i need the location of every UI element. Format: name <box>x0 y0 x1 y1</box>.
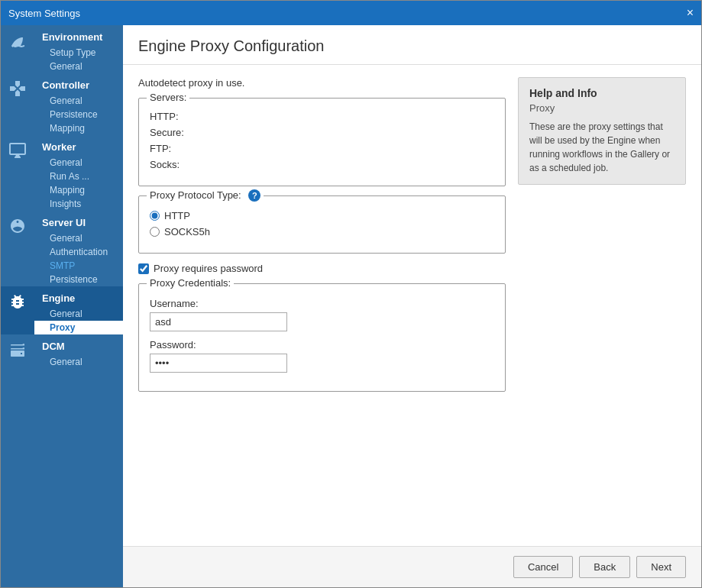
environment-content: Environment Setup Type General <box>34 25 123 73</box>
environment-icon <box>1 25 34 50</box>
proxy-protocol-fieldset: Proxy Protocol Type: ? HTTP SOCKS5h <box>138 195 506 254</box>
radio-socks5h[interactable] <box>150 227 160 237</box>
sidebar-item-serverui-authentication[interactable]: Authentication <box>34 245 123 259</box>
sidebar-item-serverui-smtp[interactable]: SMTP <box>34 259 123 273</box>
username-input[interactable] <box>150 312 287 331</box>
title-bar: System Settings × <box>1 1 701 25</box>
sidebar-item-engine-proxy[interactable]: Proxy <box>34 321 123 334</box>
window-title: System Settings <box>8 8 80 19</box>
server-socks-row: Socks: <box>150 159 494 170</box>
help-title: Help and Info <box>529 87 675 99</box>
proxy-password-checkbox-row: Proxy requires password <box>138 263 506 274</box>
sidebar-section-engine: Engine General Proxy <box>1 286 123 334</box>
sidebar-item-environment-general[interactable]: General <box>34 60 123 73</box>
worker-header: Worker <box>34 135 123 156</box>
sidebar-item-controller-mapping[interactable]: Mapping <box>34 121 123 135</box>
server-socks-label: Socks: <box>150 159 203 170</box>
server-http-label: HTTP: <box>150 111 203 122</box>
password-label: Password: <box>150 339 494 351</box>
server-http-row: HTTP: <box>150 111 494 122</box>
system-settings-window: System Settings × Environment Setup Type… <box>0 0 702 588</box>
radio-http-row: HTTP <box>150 210 494 221</box>
servers-fieldset: Servers: HTTP: Secure: FTP: <box>138 98 506 186</box>
radio-http[interactable] <box>150 211 160 221</box>
proxy-password-checkbox[interactable] <box>138 263 149 274</box>
username-label: Username: <box>150 298 494 309</box>
sidebar-item-environment-setup-type[interactable]: Setup Type <box>34 46 123 60</box>
sidebar-item-worker-run-as[interactable]: Run As ... <box>34 170 123 183</box>
radio-socks5h-row: SOCKS5h <box>150 226 494 237</box>
content-area: Engine Proxy Configuration Autodetect pr… <box>123 25 701 587</box>
sidebar-item-serverui-general[interactable]: General <box>34 231 123 245</box>
dcm-content: DCM General <box>34 334 123 369</box>
proxy-credentials-legend: Proxy Credentials: <box>147 277 234 289</box>
proxy-password-label[interactable]: Proxy requires password <box>154 263 263 274</box>
sidebar-item-worker-insights[interactable]: Insights <box>34 197 123 211</box>
server-ftp-label: FTP: <box>150 143 203 154</box>
sidebar-section-dcm: DCM General <box>1 334 123 369</box>
environment-header: Environment <box>34 25 123 46</box>
server-ftp-row: FTP: <box>150 143 494 154</box>
controller-icon <box>1 73 34 98</box>
content-main: Autodetect proxy in use. Servers: HTTP: … <box>138 77 506 534</box>
content-header: Engine Proxy Configuration <box>123 25 701 65</box>
radio-socks5h-label[interactable]: SOCKS5h <box>164 226 210 237</box>
sidebar-section-server-ui: Server UI General Authentication SMTP Pe… <box>1 211 123 286</box>
help-subtitle: Proxy <box>529 102 675 114</box>
proxy-protocol-help-icon[interactable]: ? <box>248 189 260 202</box>
content-body: Autodetect proxy in use. Servers: HTTP: … <box>123 65 701 546</box>
engine-content: Engine General Proxy <box>34 286 123 334</box>
worker-content: Worker General Run As ... Mapping Insigh… <box>34 135 123 211</box>
username-row: Username: <box>150 298 494 331</box>
dcm-header: DCM <box>34 334 123 355</box>
sidebar-item-worker-mapping[interactable]: Mapping <box>34 183 123 197</box>
radio-http-label[interactable]: HTTP <box>164 210 190 221</box>
server-secure-row: Secure: <box>150 127 494 138</box>
controller-content: Controller General Persistence Mapping <box>34 73 123 135</box>
sidebar-section-worker: Worker General Run As ... Mapping Insigh… <box>1 135 123 211</box>
server-ui-icon <box>1 211 34 235</box>
sidebar-section-environment: Environment Setup Type General <box>1 25 123 73</box>
server-ui-content: Server UI General Authentication SMTP Pe… <box>34 211 123 286</box>
main-content: Environment Setup Type General Controlle… <box>1 25 701 587</box>
sidebar-item-controller-general[interactable]: General <box>34 94 123 108</box>
server-secure-label: Secure: <box>150 127 203 138</box>
sidebar-item-controller-persistence[interactable]: Persistence <box>34 108 123 121</box>
password-input[interactable] <box>150 354 287 373</box>
engine-icon <box>1 286 34 311</box>
sidebar-item-dcm-general[interactable]: General <box>34 355 123 369</box>
help-text: These are the proxy settings that will b… <box>529 120 675 175</box>
page-title: Engine Proxy Configuration <box>138 37 686 55</box>
proxy-protocol-legend: Proxy Protocol Type: ? <box>147 189 264 202</box>
dcm-icon <box>1 334 34 359</box>
back-button[interactable]: Back <box>579 556 630 578</box>
footer: Cancel Back Next <box>123 546 701 587</box>
help-panel: Help and Info Proxy These are the proxy … <box>518 77 686 185</box>
sidebar-item-worker-general[interactable]: General <box>34 156 123 170</box>
controller-header: Controller <box>34 73 123 94</box>
sidebar-section-controller: Controller General Persistence Mapping <box>1 73 123 135</box>
cancel-button[interactable]: Cancel <box>513 556 573 578</box>
servers-legend: Servers: <box>147 92 189 103</box>
autodetect-text: Autodetect proxy in use. <box>138 77 506 89</box>
sidebar: Environment Setup Type General Controlle… <box>1 25 123 587</box>
proxy-credentials-fieldset: Proxy Credentials: Username: Password: <box>138 283 506 392</box>
server-ui-header: Server UI <box>34 211 123 231</box>
next-button[interactable]: Next <box>636 556 686 578</box>
sidebar-item-serverui-persistence[interactable]: Persistence <box>34 273 123 286</box>
engine-header: Engine <box>34 286 123 307</box>
password-row: Password: <box>150 339 494 373</box>
close-button[interactable]: × <box>687 7 694 19</box>
worker-icon <box>1 135 34 160</box>
sidebar-item-engine-general[interactable]: General <box>34 307 123 321</box>
